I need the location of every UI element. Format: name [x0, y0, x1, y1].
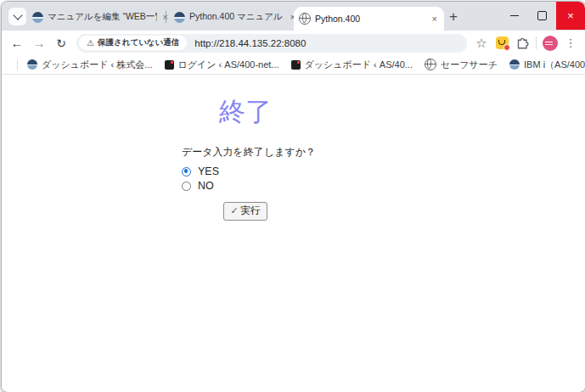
- globe-icon: [425, 59, 436, 70]
- radio-no-input[interactable]: [182, 182, 191, 191]
- execute-button-label: 実行: [241, 204, 261, 217]
- submit-row: ✓ 実行: [182, 202, 309, 221]
- profile-button[interactable]: [540, 33, 560, 53]
- security-chip-label: 保護されていない通信: [98, 37, 179, 48]
- bookmark-dashboard-kabushiki[interactable]: ダッシュボード ‹ 株式会...: [21, 59, 159, 71]
- site-favicon-icon: [509, 59, 520, 70]
- tab-python400-manual[interactable]: Python.400 マニュアル | officequa ×: [169, 8, 302, 26]
- page-title: 終了: [182, 97, 309, 127]
- radio-yes-input[interactable]: [182, 167, 191, 176]
- address-bar[interactable]: ⚠ 保護されていない通信 http://218.44.135.22:8080: [76, 34, 467, 53]
- site-favicon-icon: [27, 59, 37, 70]
- new-tab-button[interactable]: +: [444, 8, 463, 26]
- maximize-icon: [537, 11, 547, 20]
- forward-button[interactable]: →: [28, 32, 50, 54]
- bookmark-label: ダッシュボード ‹ 株式会...: [42, 59, 153, 71]
- form-container: 終了 データ入力を終了しますか？ YES NO ✓ 実行: [2, 75, 309, 221]
- warning-icon: ⚠: [87, 38, 94, 48]
- bookmark-dashboard-as400[interactable]: ダッシュボード ‹ AS/40...: [285, 59, 419, 71]
- bookmark-safesearch[interactable]: セーフサーチ: [419, 59, 503, 71]
- profile-avatar: [543, 36, 558, 51]
- tab-python400-active[interactable]: Python.400 ×: [294, 7, 444, 31]
- chevron-down-icon: [13, 10, 22, 20]
- question-text: データ入力を終了しますか？: [182, 145, 309, 160]
- tab-search-button[interactable]: [8, 8, 26, 25]
- tab-title: Python.400 マニュアル | officequa: [189, 11, 284, 23]
- globe-icon: [299, 13, 311, 25]
- bookmark-label: ダッシュボード ‹ AS/40...: [305, 59, 413, 71]
- tab-strip: マニュアルを編集 “WEB一覧表: 商 × Python.400 マニュアル |…: [2, 2, 585, 31]
- tab-manual-edit[interactable]: マニュアルを編集 “WEB一覧表: 商 ×: [27, 8, 175, 26]
- check-icon: ✓: [230, 205, 238, 216]
- bookmark-star-button[interactable]: ☆: [471, 33, 492, 53]
- tab-title: Python.400: [315, 14, 426, 24]
- bookmarks-divider: [17, 59, 18, 70]
- bookmark-ibm-i[interactable]: IBM i（AS/400）We...: [503, 59, 585, 71]
- window-controls: ×: [500, 2, 585, 30]
- back-button[interactable]: ←: [6, 32, 28, 54]
- puzzle-icon: [516, 36, 529, 50]
- bookmark-label: セーフサーチ: [441, 59, 498, 71]
- radio-option-no[interactable]: NO: [182, 179, 309, 193]
- extensions-button[interactable]: [512, 33, 532, 53]
- minimize-icon: [510, 15, 519, 16]
- extension-yellow-icon: [496, 36, 509, 49]
- url-text: http://218.44.135.22:8080: [194, 38, 306, 48]
- tab-close-icon[interactable]: ×: [430, 14, 439, 24]
- browser-menu-button[interactable]: ⋮: [560, 33, 581, 53]
- site-favicon-icon: [174, 12, 185, 23]
- bookmark-label: ログイン ‹ AS/400-net...: [178, 59, 279, 71]
- radio-yes-label: YES: [198, 165, 219, 177]
- security-chip[interactable]: ⚠ 保護されていない通信: [79, 36, 187, 50]
- reload-button[interactable]: ↻: [50, 32, 72, 54]
- minimize-button[interactable]: [500, 2, 528, 30]
- radio-option-yes[interactable]: YES: [182, 165, 309, 179]
- bookmarks-bar: ダッシュボード ‹ 株式会... ログイン ‹ AS/400-net... ダッ…: [2, 55, 585, 75]
- maximize-button[interactable]: [528, 2, 556, 30]
- radio-no-label: NO: [198, 180, 214, 192]
- bookmark-label: IBM i（AS/400）We...: [524, 59, 585, 71]
- browser-toolbar: ← → ↻ ⚠ 保護されていない通信 http://218.44.135.22:…: [2, 31, 585, 55]
- tab-divider: [166, 11, 166, 23]
- toolbar-divider: [536, 36, 537, 49]
- as400-favicon-icon: [291, 60, 301, 70]
- tab-title: マニュアルを編集 “WEB一覧表: 商: [48, 11, 157, 23]
- extension-yellow-button[interactable]: [492, 33, 512, 53]
- as400-favicon-icon: [165, 60, 174, 70]
- site-favicon-icon: [32, 12, 43, 23]
- execute-button[interactable]: ✓ 実行: [223, 202, 267, 221]
- bookmark-login-as400[interactable]: ログイン ‹ AS/400-net...: [159, 59, 285, 71]
- page-content: 終了 データ入力を終了しますか？ YES NO ✓ 実行: [2, 75, 585, 391]
- browser-window: マニュアルを編集 “WEB一覧表: 商 × Python.400 マニュアル |…: [1, 1, 585, 392]
- close-window-button[interactable]: ×: [556, 2, 585, 30]
